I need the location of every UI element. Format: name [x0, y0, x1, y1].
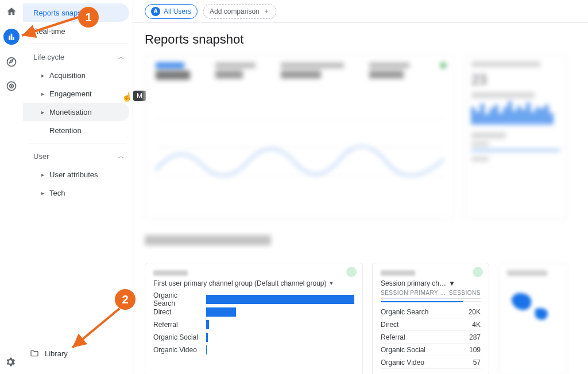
line-chart — [156, 106, 444, 206]
acquisition-row: First user primary channel group (Defaul… — [133, 251, 588, 374]
segment-all-users[interactable]: A All Users — [145, 4, 198, 19]
table-row[interactable]: Referral287 — [381, 331, 481, 344]
bar-row: Organic Social — [153, 331, 354, 344]
arrow-icon: ▸ — [41, 109, 49, 115]
annotation-arrow-2 — [68, 306, 123, 351]
session-table-card[interactable]: Session primary ch…▼ SESSION PRIMARY …SE… — [372, 263, 489, 374]
library-label: Library — [45, 349, 68, 358]
spark-bars — [471, 102, 560, 124]
realtime-card[interactable]: 23 — [464, 54, 567, 220]
plus-icon: ＋ — [263, 6, 270, 16]
nav-label: Life cycle — [33, 53, 64, 61]
nav-tech[interactable]: ▸Tech — [23, 184, 129, 202]
table-row[interactable]: Direct4K — [381, 318, 481, 331]
session-dropdown[interactable]: Session primary ch…▼ — [381, 279, 481, 287]
divider — [29, 143, 127, 143]
bar-label: Referral — [153, 321, 200, 329]
nav-label: Acquisition — [49, 71, 86, 80]
nav-user-attributes[interactable]: ▸User attributes — [23, 165, 129, 184]
arrow-icon: ▸ — [41, 172, 49, 178]
main-content: A All Users Add comparison ＋ Reports sna… — [133, 0, 588, 374]
explore-icon[interactable] — [5, 55, 18, 69]
annotation-arrow-1 — [18, 13, 80, 40]
chevron-down-icon: ▼ — [328, 280, 334, 286]
nav-label: Retention — [49, 126, 82, 135]
map-card[interactable] — [498, 263, 567, 374]
divider — [29, 44, 127, 44]
arrow-icon: ▸ — [41, 72, 49, 79]
add-comparison-label: Add comparison — [210, 7, 260, 15]
table-row[interactable]: Organic Video57 — [381, 356, 481, 369]
settings-icon[interactable] — [5, 356, 16, 369]
col-label: SESSIONS — [449, 290, 481, 296]
status-dot-icon — [473, 267, 483, 277]
bar-row: Direct — [153, 306, 354, 318]
nav-monetisation[interactable]: ▸Monetisation — [23, 103, 129, 121]
nav-label: Tech — [49, 189, 65, 197]
table-row[interactable]: Organic Search20K — [381, 306, 481, 318]
status-dot-icon — [346, 267, 357, 277]
nav-retention[interactable]: Retention — [23, 121, 129, 139]
segment-badge: A — [151, 7, 160, 16]
nav-label: User attributes — [49, 170, 98, 179]
left-rail — [0, 0, 23, 374]
svg-line-8 — [72, 309, 119, 348]
segment-label: All Users — [164, 7, 191, 15]
cursor-icon: ☝ — [122, 92, 133, 102]
nav-acquisition[interactable]: ▸Acquisition — [23, 66, 129, 84]
bar-row: Referral — [153, 318, 354, 331]
table-header: SESSION PRIMARY …SESSIONS — [381, 290, 481, 299]
annotation-callout-1: 1 — [78, 7, 99, 28]
nav-label: Monetisation — [49, 108, 92, 116]
library-button[interactable]: Library — [30, 349, 68, 358]
chevron-up-icon: ︿ — [118, 52, 125, 62]
bar-label: Organic Social — [153, 333, 200, 341]
bar-row: Organic Search — [153, 293, 354, 306]
annotation-callout-2: 2 — [115, 289, 136, 310]
folder-icon — [30, 349, 39, 358]
col-label: SESSION PRIMARY … — [381, 290, 446, 296]
bar-row: Organic Video — [153, 344, 354, 356]
arrow-icon: ▸ — [41, 91, 49, 97]
nav-label: User — [33, 152, 49, 161]
svg-point-3 — [11, 85, 12, 87]
bar-label: Organic Search — [153, 291, 200, 307]
table-row[interactable]: Organic Social109 — [381, 344, 481, 356]
metric-row — [145, 54, 454, 88]
nav-group-lifecycle[interactable]: Life cycle︿ — [23, 48, 133, 66]
world-map — [507, 279, 559, 331]
advertising-icon[interactable] — [5, 79, 18, 93]
status-dot-icon — [440, 63, 446, 68]
add-comparison-button[interactable]: Add comparison ＋ — [203, 4, 276, 19]
comparison-bar: A All Users Add comparison ＋ — [133, 0, 588, 23]
svg-line-7 — [22, 17, 78, 36]
bar-label: Organic Video — [153, 346, 200, 354]
nav-label: Engagement — [49, 89, 92, 98]
chevron-down-icon: ▼ — [448, 279, 455, 287]
nav-engagement[interactable]: ▸Engagement — [23, 84, 129, 103]
home-icon[interactable] — [5, 5, 18, 18]
chevron-up-icon: ︿ — [118, 151, 125, 161]
summary-cards: 23 — [133, 54, 588, 220]
page-title: Reports snapshot — [133, 23, 588, 54]
arrow-icon: ▸ — [41, 190, 49, 196]
section-header-blurred — [145, 235, 271, 246]
overview-card[interactable] — [145, 54, 455, 220]
realtime-count: 23 — [471, 72, 560, 88]
bar-label: Direct — [153, 308, 200, 316]
dropdown-label: First user primary channel group (Defaul… — [153, 279, 326, 287]
channel-card-title[interactable]: First user primary channel group (Defaul… — [153, 279, 354, 287]
dropdown-label: Session primary ch… — [381, 279, 446, 287]
channel-bar-card[interactable]: First user primary channel group (Defaul… — [145, 263, 363, 374]
reports-icon[interactable] — [3, 29, 20, 45]
nav-group-user[interactable]: User︿ — [23, 147, 133, 165]
